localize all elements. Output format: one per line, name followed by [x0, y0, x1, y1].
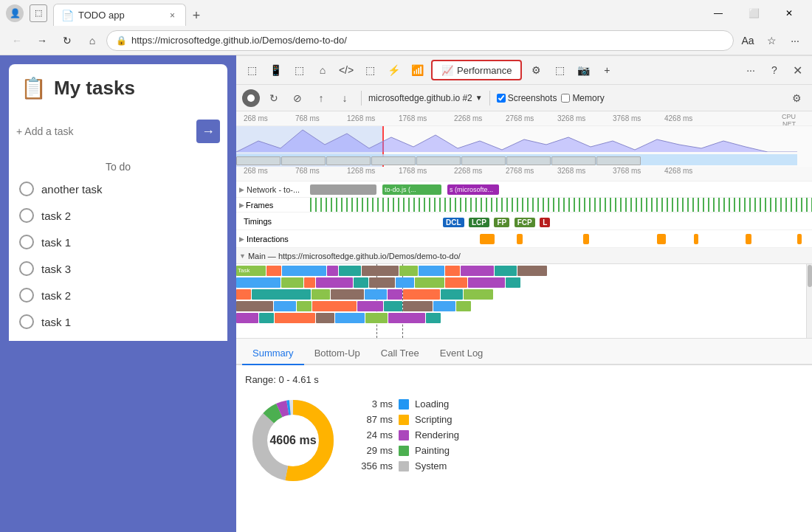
more-tools-button[interactable]: ··· — [740, 60, 762, 80]
performance-tool-button[interactable]: 📈 Performance — [431, 60, 522, 80]
network-tool[interactable]: ⚡ — [382, 60, 405, 80]
tab-summary[interactable]: Summary — [242, 342, 304, 365]
screenshots-checkbox-area[interactable]: Screenshots — [497, 93, 557, 103]
devtools-panel: ⬚ 📱 ⬚ ⌂ </> ⬚ ⚡ 📶 📈 Performance ⚙ ⬚ 📷 + … — [236, 55, 812, 532]
painting-ms: 29 ms — [356, 445, 393, 456]
interaction-bar-1 — [480, 234, 495, 244]
memory-checkbox-area[interactable]: Memory — [561, 93, 604, 103]
app-logo-icon: 📋 — [21, 76, 47, 100]
add-task-input[interactable] — [16, 125, 196, 137]
list-item[interactable]: task 1 — [9, 308, 227, 335]
frames-collapse-icon[interactable]: ▶ — [239, 201, 244, 209]
network-collapse-icon[interactable]: ▶ — [239, 186, 244, 193]
storage-tool[interactable]: ⬚ — [548, 60, 571, 80]
close-button[interactable]: ✕ — [772, 0, 806, 26]
inspect-tool[interactable]: ⬚ — [241, 60, 263, 80]
download-button[interactable]: ↓ — [335, 89, 354, 108]
add-task-button[interactable]: → — [196, 120, 220, 143]
memory-checkbox[interactable] — [561, 94, 570, 103]
camera-tool[interactable]: 📷 — [572, 60, 594, 80]
back-button[interactable]: ← — [6, 30, 28, 51]
performance-icon: 📈 — [441, 65, 453, 76]
interaction-bar-5 — [694, 234, 698, 244]
flame-row-1: Task — [236, 266, 812, 276]
tab-close-button[interactable]: × — [167, 9, 178, 22]
task-checkbox[interactable] — [19, 314, 34, 329]
scrollbar-thumb[interactable] — [808, 265, 812, 287]
list-item[interactable]: task 3 — [9, 255, 227, 282]
net-track-label: NET — [782, 120, 796, 126]
wifi-tool[interactable]: 📶 — [406, 60, 428, 80]
active-tab[interactable]: 📄 TODO app × — [53, 4, 186, 26]
vertical-scrollbar[interactable] — [806, 264, 812, 338]
loading-color-box — [399, 399, 409, 410]
tab-bottom-up[interactable]: Bottom-Up — [304, 342, 371, 365]
add-tool[interactable]: + — [596, 60, 618, 80]
flame-bar — [461, 266, 494, 276]
interactions-row: ▶ Interactions — [236, 230, 812, 248]
home-button[interactable]: ⌂ — [81, 30, 103, 51]
upload-button[interactable]: ↑ — [312, 89, 331, 108]
read-aloud-icon[interactable]: Aa — [737, 30, 759, 51]
sources-tool[interactable]: </> — [335, 60, 357, 80]
interactions-collapse-icon[interactable]: ▶ — [239, 235, 244, 243]
clear-button[interactable]: ⊘ — [288, 89, 307, 108]
tick-2268ms: 2268 ms — [454, 114, 482, 122]
list-item[interactable]: another task — [9, 176, 227, 202]
record-button[interactable] — [242, 89, 260, 107]
toolbar-separator — [361, 91, 362, 106]
flame-row-5 — [236, 313, 812, 323]
title-bar: 👤 ⬚ 📄 TODO app × + — ⬜ ✕ — [0, 0, 812, 26]
flame-bar — [236, 313, 258, 323]
timings-content: DCL LCP FP FCP L — [310, 213, 812, 229]
tab-event-log[interactable]: Event Log — [430, 342, 494, 365]
list-item[interactable]: task 2 — [9, 202, 227, 229]
flame-bar — [327, 266, 338, 276]
help-button[interactable]: ? — [763, 60, 785, 80]
devtools-close-button[interactable]: ✕ — [787, 60, 808, 80]
cpu-track-label: CPU — [782, 113, 796, 120]
tick-1768ms: 1768 ms — [399, 114, 427, 122]
flame-bar — [304, 277, 315, 288]
profile-icon[interactable]: 👤 — [6, 4, 24, 22]
flame-bar: Task — [236, 266, 266, 276]
task-checkbox[interactable] — [19, 208, 34, 223]
maximize-button[interactable]: ⬜ — [737, 0, 771, 26]
home-tool[interactable]: ⌂ — [312, 60, 334, 80]
task-checkbox[interactable] — [19, 288, 34, 303]
interaction-bar-7 — [797, 234, 802, 244]
device-tool[interactable]: 📱 — [264, 60, 286, 80]
favorites-icon[interactable]: ☆ — [760, 30, 782, 51]
flame-bar — [445, 266, 460, 276]
minimize-button[interactable]: — — [701, 0, 735, 26]
donut-total-ms: 4606 ms — [269, 434, 316, 447]
task-checkbox[interactable] — [19, 182, 34, 196]
screenshots-checkbox[interactable] — [497, 94, 506, 103]
tab-call-tree[interactable]: Call Tree — [371, 342, 430, 365]
refresh-button[interactable]: ↻ — [56, 30, 78, 51]
elements-tool[interactable]: ⬚ — [288, 60, 310, 80]
list-item[interactable]: task 1 — [9, 229, 227, 255]
todo-section: To do another task task 2 task 1 task 3 — [9, 151, 227, 341]
rendering-ms: 24 ms — [356, 429, 393, 441]
url-text: https://microsoftedge.github.io/Demos/de… — [131, 35, 724, 46]
console-tool[interactable]: ⬚ — [359, 60, 381, 80]
task-checkbox[interactable] — [19, 261, 34, 276]
settings-tool[interactable]: ⚙ — [525, 60, 547, 80]
sidebar-toggle[interactable]: ⬚ — [30, 4, 47, 22]
reload-record-button[interactable]: ↻ — [264, 89, 283, 108]
recording-selector[interactable]: microsoftedge.github.io #2 ▼ — [368, 93, 483, 103]
address-bar[interactable]: 🔒 https://microsoftedge.github.io/Demos/… — [106, 30, 734, 51]
lock-icon: 🔒 — [116, 35, 127, 46]
list-item[interactable]: task 2 — [9, 282, 227, 308]
forward-button[interactable]: → — [31, 30, 53, 51]
more-button[interactable]: ··· — [784, 30, 806, 51]
detail-tick-268: 268 ms — [244, 167, 268, 175]
main-thread-collapse-icon[interactable]: ▼ — [239, 252, 246, 260]
screenshots-label: Screenshots — [508, 93, 557, 103]
task-checkbox[interactable] — [19, 235, 34, 249]
window-controls: — ⬜ ✕ — [701, 0, 806, 26]
timings-row: Timings DCL LCP FP FCP L — [236, 213, 812, 230]
gear-settings-button[interactable]: ⚙ — [787, 89, 806, 108]
new-tab-button[interactable]: + — [186, 5, 207, 26]
